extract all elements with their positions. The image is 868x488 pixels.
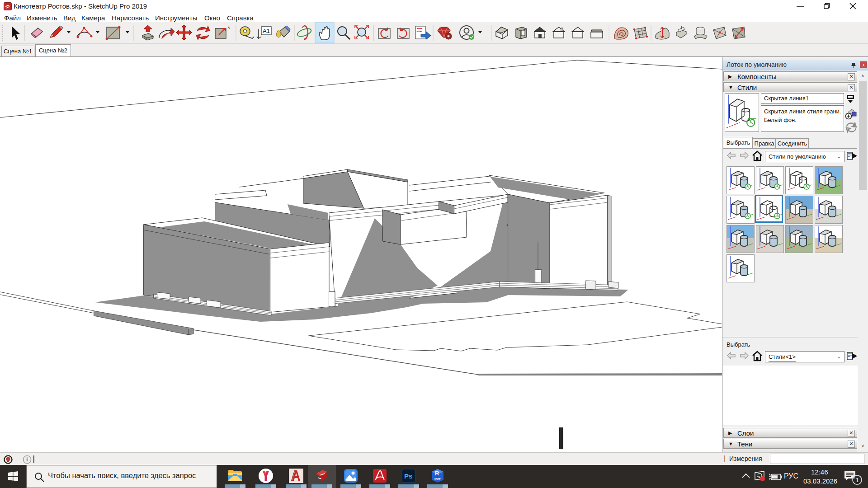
svg-text:A1: A1 bbox=[263, 28, 270, 34]
svg-text:Ps: Ps bbox=[404, 472, 412, 480]
svg-text:RVT: RVT bbox=[434, 478, 441, 481]
svg-text:1: 1 bbox=[855, 477, 859, 483]
svg-text:R: R bbox=[435, 470, 439, 477]
